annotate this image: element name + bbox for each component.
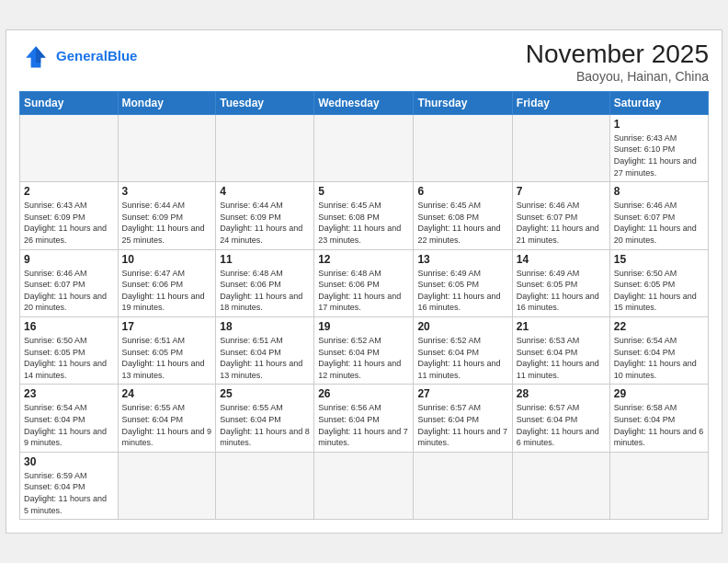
- day-info: Sunrise: 6:50 AMSunset: 6:05 PMDaylight:…: [614, 268, 704, 314]
- calendar-cell: [118, 114, 216, 181]
- day-number: 14: [517, 253, 606, 266]
- calendar-cell: 25Sunrise: 6:55 AMSunset: 6:04 PMDayligh…: [216, 385, 314, 452]
- calendar-cell: 27Sunrise: 6:57 AMSunset: 6:04 PMDayligh…: [414, 385, 512, 452]
- day-number: 1: [614, 118, 704, 131]
- day-number: 29: [614, 387, 704, 400]
- day-number: 3: [122, 185, 212, 198]
- day-number: 23: [24, 387, 114, 400]
- calendar-cell: [414, 114, 512, 181]
- calendar-body: 1Sunrise: 6:43 AMSunset: 6:10 PMDaylight…: [20, 114, 709, 519]
- logo-text: GeneralBlue: [56, 48, 137, 64]
- day-info: Sunrise: 6:46 AMSunset: 6:07 PMDaylight:…: [614, 200, 704, 246]
- weekday-header-saturday: Saturday: [609, 91, 708, 114]
- calendar-cell: [20, 114, 119, 181]
- calendar-cell: 10Sunrise: 6:47 AMSunset: 6:06 PMDayligh…: [118, 249, 216, 316]
- calendar-cell: 4Sunrise: 6:44 AMSunset: 6:09 PMDaylight…: [216, 182, 314, 249]
- day-number: 2: [24, 185, 114, 198]
- week-row-0: 1Sunrise: 6:43 AMSunset: 6:10 PMDaylight…: [20, 114, 709, 181]
- day-info: Sunrise: 6:46 AMSunset: 6:07 PMDaylight:…: [24, 268, 114, 314]
- day-number: 8: [614, 185, 704, 198]
- day-number: 12: [318, 253, 409, 266]
- title-block: November 2025 Baoyou, Hainan, China: [526, 40, 709, 84]
- day-info: Sunrise: 6:54 AMSunset: 6:04 PMDaylight:…: [24, 402, 114, 448]
- calendar-cell: [314, 114, 414, 181]
- logo: GeneralBlue: [19, 40, 137, 73]
- day-number: 18: [220, 320, 310, 333]
- calendar-cell: 13Sunrise: 6:49 AMSunset: 6:05 PMDayligh…: [414, 249, 512, 316]
- weekday-header-thursday: Thursday: [414, 91, 512, 114]
- calendar-cell: 23Sunrise: 6:54 AMSunset: 6:04 PMDayligh…: [20, 385, 119, 452]
- logo-icon: [19, 40, 52, 73]
- day-number: 4: [220, 185, 310, 198]
- day-number: 7: [517, 185, 606, 198]
- day-info: Sunrise: 6:57 AMSunset: 6:04 PMDaylight:…: [417, 402, 507, 448]
- day-number: 9: [24, 253, 114, 266]
- calendar-cell: 3Sunrise: 6:44 AMSunset: 6:09 PMDaylight…: [118, 182, 216, 249]
- week-row-5: 30Sunrise: 6:59 AMSunset: 6:04 PMDayligh…: [20, 452, 709, 519]
- day-number: 30: [24, 455, 114, 468]
- day-info: Sunrise: 6:45 AMSunset: 6:08 PMDaylight:…: [318, 200, 409, 246]
- logo-general: General: [56, 48, 108, 63]
- day-info: Sunrise: 6:50 AMSunset: 6:05 PMDaylight:…: [24, 335, 114, 381]
- day-info: Sunrise: 6:57 AMSunset: 6:04 PMDaylight:…: [517, 402, 606, 448]
- day-number: 21: [517, 320, 606, 333]
- calendar-cell: 7Sunrise: 6:46 AMSunset: 6:07 PMDaylight…: [512, 182, 609, 249]
- calendar-cell: 8Sunrise: 6:46 AMSunset: 6:07 PMDaylight…: [609, 182, 708, 249]
- day-info: Sunrise: 6:53 AMSunset: 6:04 PMDaylight:…: [517, 335, 606, 381]
- week-row-3: 16Sunrise: 6:50 AMSunset: 6:05 PMDayligh…: [20, 317, 709, 385]
- calendar-cell: 22Sunrise: 6:54 AMSunset: 6:04 PMDayligh…: [609, 317, 708, 385]
- weekday-header-tuesday: Tuesday: [216, 91, 314, 114]
- day-info: Sunrise: 6:51 AMSunset: 6:04 PMDaylight:…: [220, 335, 310, 381]
- calendar-cell: 6Sunrise: 6:45 AMSunset: 6:08 PMDaylight…: [414, 182, 512, 249]
- calendar-cell: [512, 452, 609, 519]
- day-number: 11: [220, 253, 310, 266]
- day-number: 22: [614, 320, 704, 333]
- weekday-header-friday: Friday: [512, 91, 609, 114]
- weekday-header-sunday: Sunday: [20, 91, 119, 114]
- calendar-cell: 20Sunrise: 6:52 AMSunset: 6:04 PMDayligh…: [414, 317, 512, 385]
- week-row-4: 23Sunrise: 6:54 AMSunset: 6:04 PMDayligh…: [20, 385, 709, 452]
- calendar-cell: [414, 452, 512, 519]
- calendar-header: SundayMondayTuesdayWednesdayThursdayFrid…: [20, 91, 709, 114]
- day-number: 25: [220, 387, 310, 400]
- calendar-cell: 18Sunrise: 6:51 AMSunset: 6:04 PMDayligh…: [216, 317, 314, 385]
- calendar-cell: 9Sunrise: 6:46 AMSunset: 6:07 PMDaylight…: [20, 249, 119, 316]
- calendar-cell: [118, 452, 216, 519]
- day-info: Sunrise: 6:55 AMSunset: 6:04 PMDaylight:…: [122, 402, 212, 448]
- calendar-cell: [216, 452, 314, 519]
- day-info: Sunrise: 6:43 AMSunset: 6:09 PMDaylight:…: [24, 200, 114, 246]
- day-number: 27: [417, 387, 507, 400]
- day-info: Sunrise: 6:44 AMSunset: 6:09 PMDaylight:…: [122, 200, 212, 246]
- calendar-cell: 11Sunrise: 6:48 AMSunset: 6:06 PMDayligh…: [216, 249, 314, 316]
- day-number: 16: [24, 320, 114, 333]
- day-info: Sunrise: 6:49 AMSunset: 6:05 PMDaylight:…: [417, 268, 507, 314]
- day-number: 15: [614, 253, 704, 266]
- calendar-cell: [609, 452, 708, 519]
- header: GeneralBlue November 2025 Baoyou, Hainan…: [19, 40, 709, 84]
- day-number: 6: [417, 185, 507, 198]
- calendar-cell: 17Sunrise: 6:51 AMSunset: 6:05 PMDayligh…: [118, 317, 216, 385]
- day-info: Sunrise: 6:51 AMSunset: 6:05 PMDaylight:…: [122, 335, 212, 381]
- calendar-cell: 15Sunrise: 6:50 AMSunset: 6:05 PMDayligh…: [609, 249, 708, 316]
- month-title: November 2025: [526, 40, 709, 69]
- calendar-cell: 28Sunrise: 6:57 AMSunset: 6:04 PMDayligh…: [512, 385, 609, 452]
- day-info: Sunrise: 6:55 AMSunset: 6:04 PMDaylight:…: [220, 402, 310, 448]
- day-info: Sunrise: 6:58 AMSunset: 6:04 PMDaylight:…: [614, 402, 704, 448]
- day-number: 28: [517, 387, 606, 400]
- calendar-cell: [314, 452, 414, 519]
- calendar-cell: [512, 114, 609, 181]
- calendar-cell: [216, 114, 314, 181]
- calendar-grid: SundayMondayTuesdayWednesdayThursdayFrid…: [19, 91, 709, 520]
- calendar-cell: 30Sunrise: 6:59 AMSunset: 6:04 PMDayligh…: [20, 452, 119, 519]
- calendar-cell: 12Sunrise: 6:48 AMSunset: 6:06 PMDayligh…: [314, 249, 414, 316]
- week-row-2: 9Sunrise: 6:46 AMSunset: 6:07 PMDaylight…: [20, 249, 709, 316]
- day-number: 20: [417, 320, 507, 333]
- day-number: 10: [122, 253, 212, 266]
- day-info: Sunrise: 6:45 AMSunset: 6:08 PMDaylight:…: [417, 200, 507, 246]
- calendar-container: GeneralBlue November 2025 Baoyou, Hainan…: [6, 29, 722, 534]
- calendar-cell: 16Sunrise: 6:50 AMSunset: 6:05 PMDayligh…: [20, 317, 119, 385]
- calendar-cell: 5Sunrise: 6:45 AMSunset: 6:08 PMDaylight…: [314, 182, 414, 249]
- day-info: Sunrise: 6:43 AMSunset: 6:10 PMDaylight:…: [614, 132, 704, 178]
- svg-marker-1: [36, 46, 46, 63]
- day-number: 26: [318, 387, 409, 400]
